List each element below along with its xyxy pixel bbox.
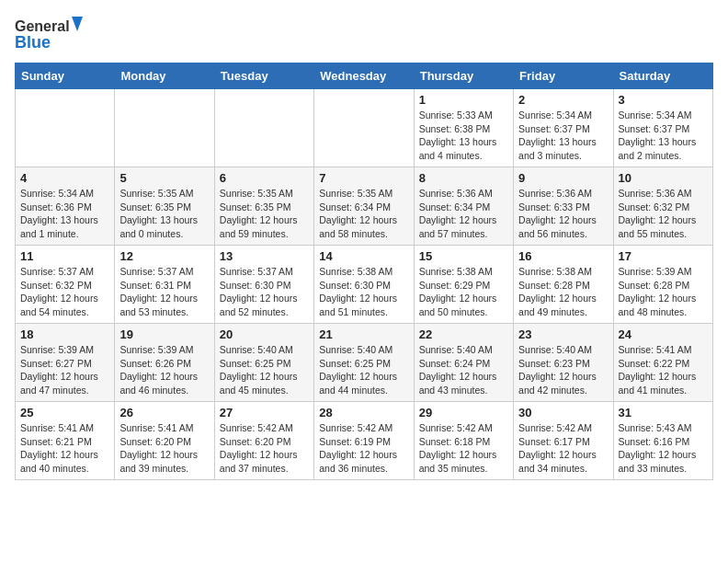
day-info: Sunrise: 5:35 AM Sunset: 6:35 PM Dayligh… <box>119 187 209 241</box>
day-info: Sunrise: 5:43 AM Sunset: 6:16 PM Dayligh… <box>619 421 708 476</box>
day-info: Sunrise: 5:35 AM Sunset: 6:34 PM Dayligh… <box>319 187 408 241</box>
day-info: Sunrise: 5:41 AM Sunset: 6:20 PM Dayligh… <box>119 421 209 476</box>
day-number: 22 <box>419 327 508 341</box>
day-cell: 30Sunrise: 5:42 AM Sunset: 6:17 PM Dayli… <box>514 402 613 480</box>
day-number: 3 <box>619 93 708 107</box>
day-info: Sunrise: 5:34 AM Sunset: 6:36 PM Dayligh… <box>20 187 109 241</box>
day-number: 18 <box>20 327 109 341</box>
svg-text:Blue: Blue <box>15 33 51 52</box>
day-number: 24 <box>619 327 708 341</box>
day-cell: 7Sunrise: 5:35 AM Sunset: 6:34 PM Daylig… <box>314 167 414 246</box>
day-number: 8 <box>419 171 508 185</box>
logo-icon: GeneralBlue <box>15 15 88 52</box>
header-cell-monday: Monday <box>115 63 214 89</box>
day-info: Sunrise: 5:41 AM Sunset: 6:22 PM Dayligh… <box>619 343 708 397</box>
day-number: 30 <box>518 406 608 419</box>
header-row: SundayMondayTuesdayWednesdayThursdayFrid… <box>16 63 713 89</box>
page-header: GeneralBlue <box>15 15 713 52</box>
day-cell: 11Sunrise: 5:37 AM Sunset: 6:32 PM Dayli… <box>16 246 115 324</box>
day-cell <box>214 89 313 167</box>
calendar-header: SundayMondayTuesdayWednesdayThursdayFrid… <box>16 63 713 89</box>
week-row-4: 18Sunrise: 5:39 AM Sunset: 6:27 PM Dayli… <box>16 324 713 402</box>
day-number: 14 <box>319 249 408 263</box>
day-cell: 29Sunrise: 5:42 AM Sunset: 6:18 PM Dayli… <box>414 402 513 480</box>
day-info: Sunrise: 5:40 AM Sunset: 6:23 PM Dayligh… <box>518 343 608 397</box>
day-cell: 20Sunrise: 5:40 AM Sunset: 6:25 PM Dayli… <box>214 324 313 402</box>
week-row-2: 4Sunrise: 5:34 AM Sunset: 6:36 PM Daylig… <box>16 167 713 246</box>
day-cell: 14Sunrise: 5:38 AM Sunset: 6:30 PM Dayli… <box>314 246 414 324</box>
day-info: Sunrise: 5:38 AM Sunset: 6:29 PM Dayligh… <box>419 265 508 319</box>
day-number: 7 <box>319 171 408 185</box>
day-cell: 3Sunrise: 5:34 AM Sunset: 6:37 PM Daylig… <box>613 89 712 167</box>
header-cell-wednesday: Wednesday <box>314 63 414 89</box>
day-info: Sunrise: 5:39 AM Sunset: 6:27 PM Dayligh… <box>20 343 109 397</box>
header-cell-friday: Friday <box>514 63 613 89</box>
day-cell: 6Sunrise: 5:35 AM Sunset: 6:35 PM Daylig… <box>214 167 313 246</box>
day-cell: 31Sunrise: 5:43 AM Sunset: 6:16 PM Dayli… <box>613 402 712 480</box>
day-info: Sunrise: 5:37 AM Sunset: 6:31 PM Dayligh… <box>119 265 209 319</box>
day-info: Sunrise: 5:42 AM Sunset: 6:19 PM Dayligh… <box>319 421 408 476</box>
day-cell: 22Sunrise: 5:40 AM Sunset: 6:24 PM Dayli… <box>414 324 513 402</box>
day-number: 29 <box>419 406 508 419</box>
day-cell: 9Sunrise: 5:36 AM Sunset: 6:33 PM Daylig… <box>514 167 613 246</box>
day-info: Sunrise: 5:40 AM Sunset: 6:24 PM Dayligh… <box>419 343 508 397</box>
day-number: 17 <box>619 249 708 263</box>
day-info: Sunrise: 5:39 AM Sunset: 6:28 PM Dayligh… <box>619 265 708 319</box>
header-cell-thursday: Thursday <box>414 63 513 89</box>
day-cell: 4Sunrise: 5:34 AM Sunset: 6:36 PM Daylig… <box>16 167 115 246</box>
day-cell <box>115 89 214 167</box>
day-number: 5 <box>119 171 209 185</box>
week-row-5: 25Sunrise: 5:41 AM Sunset: 6:21 PM Dayli… <box>16 402 713 480</box>
svg-marker-2 <box>72 17 83 31</box>
day-cell: 23Sunrise: 5:40 AM Sunset: 6:23 PM Dayli… <box>514 324 613 402</box>
day-cell: 24Sunrise: 5:41 AM Sunset: 6:22 PM Dayli… <box>613 324 712 402</box>
day-info: Sunrise: 5:39 AM Sunset: 6:26 PM Dayligh… <box>119 343 209 397</box>
day-info: Sunrise: 5:37 AM Sunset: 6:32 PM Dayligh… <box>20 265 109 319</box>
day-cell: 1Sunrise: 5:33 AM Sunset: 6:38 PM Daylig… <box>414 89 513 167</box>
day-info: Sunrise: 5:33 AM Sunset: 6:38 PM Dayligh… <box>419 109 508 163</box>
day-number: 15 <box>419 249 508 263</box>
day-number: 9 <box>518 171 608 185</box>
day-number: 21 <box>319 327 408 341</box>
day-number: 4 <box>20 171 109 185</box>
day-number: 26 <box>119 406 209 419</box>
day-info: Sunrise: 5:38 AM Sunset: 6:28 PM Dayligh… <box>518 265 608 319</box>
day-cell: 26Sunrise: 5:41 AM Sunset: 6:20 PM Dayli… <box>115 402 214 480</box>
week-row-3: 11Sunrise: 5:37 AM Sunset: 6:32 PM Dayli… <box>16 246 713 324</box>
day-info: Sunrise: 5:36 AM Sunset: 6:34 PM Dayligh… <box>419 187 508 241</box>
header-cell-tuesday: Tuesday <box>214 63 313 89</box>
day-cell: 21Sunrise: 5:40 AM Sunset: 6:25 PM Dayli… <box>314 324 414 402</box>
day-number: 19 <box>119 327 209 341</box>
day-info: Sunrise: 5:40 AM Sunset: 6:25 PM Dayligh… <box>319 343 408 397</box>
day-number: 1 <box>419 93 508 107</box>
day-cell: 13Sunrise: 5:37 AM Sunset: 6:30 PM Dayli… <box>214 246 313 324</box>
day-info: Sunrise: 5:40 AM Sunset: 6:25 PM Dayligh… <box>220 343 309 397</box>
day-cell: 15Sunrise: 5:38 AM Sunset: 6:29 PM Dayli… <box>414 246 513 324</box>
day-cell: 25Sunrise: 5:41 AM Sunset: 6:21 PM Dayli… <box>16 402 115 480</box>
day-number: 10 <box>619 171 708 185</box>
day-number: 11 <box>20 249 109 263</box>
week-row-1: 1Sunrise: 5:33 AM Sunset: 6:38 PM Daylig… <box>16 89 713 167</box>
calendar-table: SundayMondayTuesdayWednesdayThursdayFrid… <box>15 63 713 480</box>
day-cell: 16Sunrise: 5:38 AM Sunset: 6:28 PM Dayli… <box>514 246 613 324</box>
day-number: 31 <box>619 406 708 419</box>
svg-text:General: General <box>15 18 70 34</box>
day-info: Sunrise: 5:36 AM Sunset: 6:33 PM Dayligh… <box>518 187 608 241</box>
day-number: 2 <box>518 93 608 107</box>
day-cell: 28Sunrise: 5:42 AM Sunset: 6:19 PM Dayli… <box>314 402 414 480</box>
day-info: Sunrise: 5:42 AM Sunset: 6:18 PM Dayligh… <box>419 421 508 476</box>
day-number: 28 <box>319 406 408 419</box>
day-cell: 8Sunrise: 5:36 AM Sunset: 6:34 PM Daylig… <box>414 167 513 246</box>
day-cell: 27Sunrise: 5:42 AM Sunset: 6:20 PM Dayli… <box>214 402 313 480</box>
day-cell: 12Sunrise: 5:37 AM Sunset: 6:31 PM Dayli… <box>115 246 214 324</box>
day-cell <box>16 89 115 167</box>
day-info: Sunrise: 5:42 AM Sunset: 6:20 PM Dayligh… <box>220 421 309 476</box>
day-number: 20 <box>220 327 309 341</box>
day-info: Sunrise: 5:36 AM Sunset: 6:32 PM Dayligh… <box>619 187 708 241</box>
day-cell <box>314 89 414 167</box>
day-number: 12 <box>119 249 209 263</box>
day-cell: 17Sunrise: 5:39 AM Sunset: 6:28 PM Dayli… <box>613 246 712 324</box>
day-number: 6 <box>220 171 309 185</box>
day-info: Sunrise: 5:34 AM Sunset: 6:37 PM Dayligh… <box>619 109 708 163</box>
day-cell: 5Sunrise: 5:35 AM Sunset: 6:35 PM Daylig… <box>115 167 214 246</box>
